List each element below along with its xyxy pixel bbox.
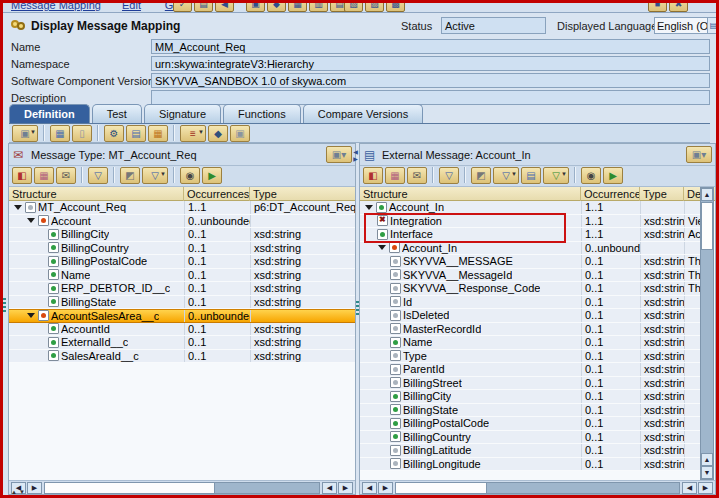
tree-row-billingcountry[interactable]: BillingCountry0..1xsd:string bbox=[9, 242, 355, 256]
scroll-arrow-icon[interactable]: ◀ bbox=[682, 482, 697, 494]
grid-view-button[interactable]: ▦ bbox=[34, 167, 54, 184]
filter-button[interactable]: ▽ bbox=[88, 167, 108, 184]
navigation-button[interactable]: ◆ bbox=[208, 125, 228, 142]
tree-hierarchy-button[interactable]: ◧ bbox=[363, 167, 383, 184]
filter-mapped-button[interactable]: ▽▼ bbox=[142, 167, 168, 184]
column-header-type[interactable]: Type bbox=[250, 187, 355, 201]
tree-row-billingstreet[interactable]: BillingStreet0..1xsd:string bbox=[360, 377, 700, 391]
tree-row-account_in[interactable]: Account_In0..unbounded bbox=[360, 242, 700, 256]
technical-names-button[interactable]: ◩ bbox=[471, 167, 491, 184]
top-toolbar-button[interactable]: ◀ bbox=[215, 3, 234, 12]
scroll-arrow-icon[interactable]: ▶ bbox=[698, 482, 713, 494]
tree-row-account[interactable]: Account0..unbounded bbox=[9, 215, 355, 229]
export-button[interactable]: ▶ bbox=[202, 167, 222, 184]
top-toolbar-button[interactable]: ▥ bbox=[309, 3, 328, 12]
column-header-occurrences[interactable]: Occurrences bbox=[581, 187, 640, 201]
namespace-field[interactable] bbox=[151, 56, 710, 71]
tree-hierarchy-button[interactable]: ◧ bbox=[12, 167, 32, 184]
menu-message-mapping[interactable]: Message Mapping bbox=[11, 3, 101, 11]
text-preview-button[interactable]: ▤ bbox=[521, 167, 541, 184]
tab-definition[interactable]: Definition bbox=[9, 104, 90, 123]
show-message-button[interactable]: ✉ bbox=[56, 167, 76, 184]
scroll-thumb[interactable] bbox=[396, 483, 487, 493]
export-button[interactable]: ▶ bbox=[603, 167, 623, 184]
scroll-arrow-icon[interactable]: ▶ bbox=[338, 482, 353, 494]
top-toolbar-button[interactable]: ✓ bbox=[173, 3, 192, 12]
scroll-arrow-icon[interactable]: ◀ bbox=[362, 482, 377, 494]
tree-row-billingcity[interactable]: BillingCity0..1xsd:string bbox=[360, 390, 700, 404]
tree-row-billinglatitude[interactable]: BillingLatitude0..1xsd:string bbox=[360, 444, 700, 458]
tree-row-mt_account_req[interactable]: MT_Account_Req1..1p6:DT_Account_Req bbox=[9, 201, 355, 215]
top-toolbar-button[interactable]: ▦ bbox=[288, 3, 307, 12]
data-flow-editor-button[interactable]: ▦ bbox=[148, 125, 168, 142]
filter-mapped-button[interactable]: ▽▼ bbox=[493, 167, 519, 184]
tree-row-externalid__c[interactable]: ExternalId__c0..1xsd:string bbox=[9, 336, 355, 350]
copy-structure-button[interactable]: ▣ bbox=[230, 125, 250, 142]
scroll-arrow-icon[interactable]: ▲ bbox=[701, 453, 713, 466]
tree-row-billingcity[interactable]: BillingCity0..1xsd:string bbox=[9, 228, 355, 242]
scroll-arrow-icon[interactable]: ▶ bbox=[378, 482, 393, 494]
tree-row-skyvva__response_code[interactable]: SKYVVA__Response_Code0..1xsd:stringTh bbox=[360, 282, 700, 296]
scroll-track[interactable] bbox=[395, 482, 680, 494]
collapse-arrow-icon[interactable] bbox=[27, 218, 35, 223]
displayed-language-select[interactable]: English (OL) ▤ bbox=[654, 17, 719, 34]
tree-row-type[interactable]: Type0..1xsd:string bbox=[360, 350, 700, 364]
scroll-arrow-icon[interactable]: ▲ bbox=[701, 188, 713, 201]
tree-row-masterrecordid[interactable]: MasterRecordId0..1xsd:string bbox=[360, 323, 700, 337]
tree-row-accountsalesarea__c[interactable]: AccountSalesArea__c0..unbounded bbox=[9, 309, 355, 323]
horizontal-scrollbar[interactable]: ◀▶◀▶ bbox=[9, 480, 355, 494]
horizontal-scrollbar[interactable]: ◀▶◀▶ bbox=[360, 480, 715, 494]
dependencies-button[interactable]: ▦ bbox=[50, 125, 70, 142]
tree-row-billinglongitude[interactable]: BillingLongitude0..1xsd:string bbox=[360, 458, 700, 472]
top-toolbar-button[interactable]: ▨ bbox=[365, 3, 384, 12]
menu-edit[interactable]: Edit bbox=[122, 3, 141, 11]
tree-row-billingpostalcode[interactable]: BillingPostalCode0..1xsd:string bbox=[9, 255, 355, 269]
scroll-thumb[interactable] bbox=[701, 202, 713, 250]
tree-row-salesareaid__c[interactable]: SalesAreaId__c0..1xsd:string bbox=[9, 350, 355, 364]
column-header-occurrences[interactable]: Occurrences bbox=[184, 187, 250, 201]
dropdown-icon[interactable]: ▤ bbox=[707, 18, 719, 33]
vertical-scrollbar[interactable]: ▲▲▼ bbox=[700, 187, 714, 480]
scroll-arrow-icon[interactable]: ▶ bbox=[27, 482, 42, 494]
tree-row-skyvva__message[interactable]: SKYVVA__MESSAGE0..1xsd:stringTh bbox=[360, 255, 700, 269]
top-toolbar-button[interactable]: ✖ bbox=[669, 3, 688, 12]
scroll-thumb[interactable] bbox=[45, 483, 215, 493]
tree-row-interface[interactable]: Interface1..1xsd:stringAc bbox=[360, 228, 700, 242]
tree-row-billingstate[interactable]: BillingState0..1xsd:string bbox=[360, 404, 700, 418]
tree-row-billingpostalcode[interactable]: BillingPostalCode0..1xsd:string bbox=[360, 417, 700, 431]
tree-row-billingstate[interactable]: BillingState0..1xsd:string bbox=[9, 296, 355, 310]
collapse-arrow-icon[interactable] bbox=[365, 205, 373, 210]
top-toolbar-button[interactable]: ▤ bbox=[194, 3, 213, 12]
mapping-parameters-button[interactable]: ▣▼ bbox=[12, 125, 38, 142]
show-message-button[interactable]: ✉ bbox=[407, 167, 427, 184]
collapse-arrow-icon[interactable] bbox=[378, 245, 386, 250]
tree-row-name[interactable]: Name0..1xsd:string bbox=[360, 336, 700, 350]
tree-row-id[interactable]: Id0..1xsd:string bbox=[360, 296, 700, 310]
panel-splitter[interactable]: ◀▶ bbox=[352, 149, 359, 171]
collapse-arrow-icon[interactable] bbox=[14, 205, 22, 210]
collapse-arrow-icon[interactable] bbox=[27, 313, 35, 318]
grid-view-button[interactable]: ▦ bbox=[385, 167, 405, 184]
software-component-version-field[interactable] bbox=[151, 73, 710, 88]
filter-structure-button[interactable]: ▽▼ bbox=[543, 167, 569, 184]
tab-test[interactable]: Test bbox=[92, 104, 142, 123]
text-preview-button[interactable]: ▤ bbox=[126, 125, 146, 142]
tree-row-isdeleted[interactable]: IsDeleted0..1xsd:string bbox=[360, 309, 700, 323]
name-field[interactable] bbox=[151, 39, 710, 54]
scroll-arrow-icon[interactable]: ▼ bbox=[701, 466, 713, 479]
scroll-arrow-icon[interactable]: ◀ bbox=[322, 482, 337, 494]
display-options-button[interactable]: ▣▾ bbox=[686, 146, 712, 163]
column-header-structure[interactable]: Structure bbox=[360, 187, 581, 201]
tree-row-name[interactable]: Name0..1xsd:string bbox=[9, 269, 355, 283]
tree-row-parentid[interactable]: ParentId0..1xsd:string bbox=[360, 363, 700, 377]
filter-button[interactable]: ▽ bbox=[439, 167, 459, 184]
splitter-grip-icon[interactable] bbox=[3, 298, 6, 314]
structure-overview-button[interactable]: ≡▼ bbox=[180, 125, 206, 142]
tab-signature[interactable]: Signature bbox=[144, 104, 221, 123]
tree-row-integration[interactable]: Integration1..1xsd:stringVie bbox=[360, 215, 700, 229]
tab-functions[interactable]: Functions bbox=[223, 104, 301, 123]
clear-mapping-button[interactable]: ▯ bbox=[72, 125, 92, 142]
tree-row-accountid[interactable]: AccountId0..1xsd:string bbox=[9, 323, 355, 337]
top-toolbar-button[interactable]: ▣ bbox=[246, 3, 265, 12]
tree-row-billingcountry[interactable]: BillingCountry0..1xsd:string bbox=[360, 431, 700, 445]
